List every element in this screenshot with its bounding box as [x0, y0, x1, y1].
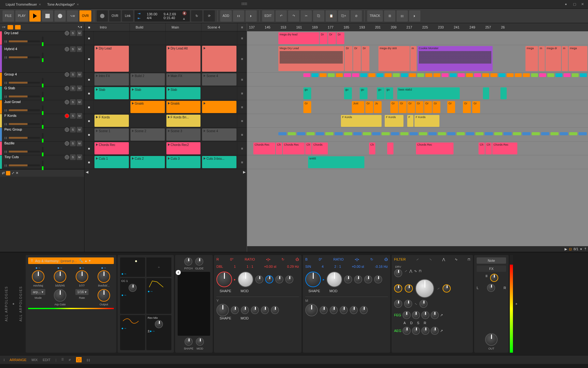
mute-button[interactable]: M — [77, 46, 82, 52]
arrange-clip[interactable] — [450, 73, 457, 77]
stack-icon[interactable]: ⫼ — [485, 274, 488, 282]
fx-tab[interactable]: FX — [477, 266, 506, 272]
arrange-clip[interactable] — [344, 132, 352, 135]
track-header[interactable]: Hybrid 4 S M ⫿⫿ — [0, 45, 84, 73]
osc-shape-knob[interactable] — [305, 272, 321, 287]
solo-button[interactable]: S — [70, 154, 76, 160]
solo-button[interactable]: S — [70, 127, 76, 132]
mod-source-icon[interactable]: ●→ — [57, 266, 63, 270]
output-knob[interactable] — [485, 333, 498, 346]
stop-clip-icon[interactable]: ■ — [84, 31, 94, 45]
panel-icon-1[interactable]: ⠿ — [61, 358, 64, 362]
pan-knob[interactable] — [487, 284, 495, 292]
arrange-clip[interactable] — [466, 132, 474, 135]
device-chain-sidebar-2[interactable]: ALL ARPOLOGIES — [17, 255, 24, 353]
empty-clip-slot[interactable] — [201, 114, 237, 127]
filter-type-icon[interactable]: ∿ — [455, 257, 458, 262]
arrange-clip[interactable] — [391, 132, 399, 135]
solo-button[interactable]: S — [70, 141, 76, 146]
record-arm-button[interactable] — [65, 127, 69, 132]
row-menu-icon[interactable]: ≡ — [237, 31, 247, 45]
solo-button[interactable]: S — [70, 99, 76, 105]
arrange-clip[interactable] — [447, 132, 455, 135]
arrange-clip[interactable]: Dr — [362, 46, 369, 71]
mod-source-icon[interactable]: ●→ — [79, 266, 85, 270]
ratio-mode-icon[interactable]: •||• — [266, 257, 270, 262]
envelope-mod[interactable]: ●→ — [146, 278, 171, 314]
arrange-clip[interactable]: Chords Rec — [283, 143, 305, 154]
feg-s-knob[interactable] — [421, 311, 429, 319]
empty-clip-slot[interactable] — [94, 100, 130, 114]
arrange-clip[interactable] — [438, 132, 446, 135]
xy-pad[interactable]: ●→ — [120, 257, 145, 277]
expand-icon[interactable]: + — [514, 255, 519, 353]
arrange-clip[interactable] — [550, 132, 559, 135]
cell-knob[interactable] — [54, 270, 66, 283]
track-header[interactable]: Bazille S M ⫿⫿ — [0, 142, 84, 155]
pre-roll-icon[interactable]: ⇥ — [138, 12, 140, 16]
arrange-clip[interactable] — [363, 132, 371, 135]
arrange-clip[interactable] — [335, 132, 343, 135]
arrange-clip[interactable] — [494, 132, 502, 135]
feg-a-knob[interactable] — [403, 311, 411, 319]
osc-param-knob[interactable] — [344, 275, 352, 283]
stop-clip-icon[interactable]: ■ — [84, 155, 94, 169]
clip[interactable]: Intro FX — [94, 73, 129, 86]
solo-button[interactable]: S — [70, 113, 76, 119]
play-label-button[interactable]: PLAY — [15, 10, 28, 22]
project-tab-active[interactable]: Tone Archipelago* × — [44, 1, 82, 8]
row-menu-icon[interactable]: ≡ — [237, 142, 247, 155]
arrange-clip[interactable] — [564, 73, 570, 77]
wave-icon[interactable]: ⋀ — [409, 269, 412, 273]
arrange-content[interactable]: mega dry leadDrDrDrMega Dry LeadDrDrDrme… — [247, 31, 588, 246]
clip[interactable]: Cuts 3 — [166, 156, 201, 168]
feg-d-knob[interactable] — [412, 311, 420, 319]
arrange-clip[interactable] — [504, 132, 512, 135]
track-header[interactable]: Just Growl S M ⫿⫿ — [0, 100, 84, 114]
arrange-clip[interactable] — [522, 132, 530, 135]
clip[interactable]: Dry Lead Alt — [166, 46, 201, 72]
metronome-icon[interactable]: 🔇 — [182, 11, 187, 15]
clip[interactable]: Gnakk — [166, 101, 201, 113]
clip[interactable]: Stab — [166, 87, 201, 99]
footer-icon-2[interactable]: ⤢ — [12, 171, 14, 175]
voices-knob[interactable] — [490, 274, 498, 282]
link-button[interactable]: Link — [122, 10, 133, 22]
arrange-clip[interactable] — [531, 73, 538, 77]
lfo-mod[interactable]: ●→ — [120, 315, 145, 350]
arrange-clip[interactable]: m — [562, 46, 568, 71]
overdub-button[interactable]: OVR — [79, 10, 91, 22]
filter-param-knob[interactable] — [394, 300, 402, 308]
view-mode-1-icon[interactable] — [8, 25, 13, 29]
arrange-clip[interactable] — [425, 73, 432, 77]
info-icon[interactable]: i — [4, 358, 4, 362]
close-icon[interactable]: × — [39, 3, 41, 6]
arrange-clip[interactable] — [352, 73, 359, 77]
glide-knob[interactable] — [195, 257, 203, 266]
arrange-clip[interactable] — [297, 132, 305, 135]
device-chain-sidebar[interactable]: ALL ARPOLOGIES — [3, 255, 10, 353]
row-menu-icon[interactable]: ≡ — [237, 86, 247, 100]
mod-source-icon[interactable]: ●→ — [35, 266, 41, 270]
y-param-knob[interactable] — [241, 306, 249, 314]
track-view-1-icon[interactable]: ⊞ — [384, 10, 395, 22]
arrange-clip[interactable]: Gr — [390, 101, 398, 113]
aeg-r-knob[interactable] — [431, 327, 439, 335]
arrange-clip[interactable]: m — [539, 46, 545, 71]
arrange-clip[interactable]: Chords Rec — [492, 143, 517, 154]
slope-icon[interactable]: ⟋ — [437, 287, 440, 290]
filter-param-knob[interactable] — [394, 284, 402, 293]
arrange-clip[interactable] — [507, 73, 514, 77]
stop-clip-icon[interactable]: ■ — [84, 100, 94, 114]
arrange-clip[interactable] — [312, 73, 318, 77]
arrange-clip[interactable]: mega dry lead — [278, 32, 319, 44]
volume-slider[interactable] — [9, 164, 40, 166]
project-tab[interactable]: Liquid Trommelfeuer × — [3, 1, 44, 8]
arrange-clip[interactable] — [320, 73, 327, 77]
arrange-clip[interactable]: Dr — [353, 46, 361, 71]
volume-slider[interactable] — [9, 82, 40, 84]
aeg-d-knob[interactable] — [412, 327, 420, 335]
clip[interactable] — [202, 101, 236, 113]
stop-clip-icon[interactable]: ■ — [84, 114, 94, 127]
m-param-knob[interactable] — [330, 306, 338, 314]
